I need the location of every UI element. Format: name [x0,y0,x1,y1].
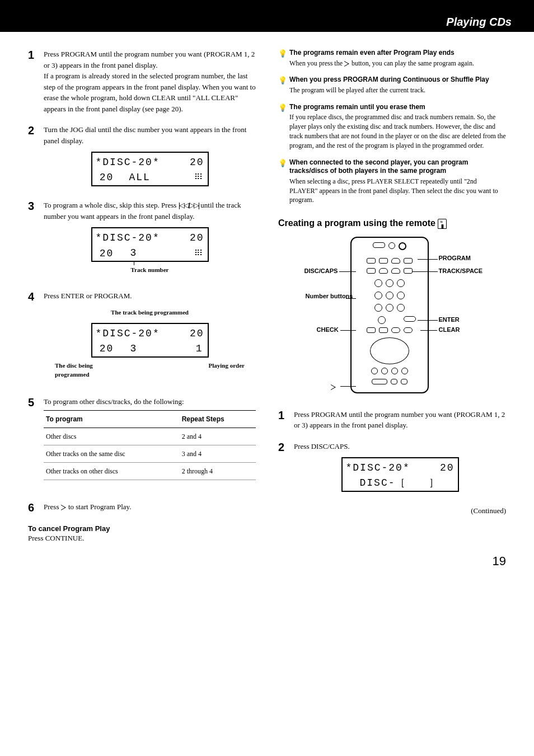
table-header-repeat: Repeat Steps [180,411,256,428]
calendar-icon: ⠿⠇ [194,248,204,260]
label-play [331,382,336,391]
track-number-caption: Track number [44,265,256,275]
step-text: Press to start Program Play. [44,501,256,514]
remote-button [401,368,408,374]
disc-programmed-label: The disc being programmed [55,361,116,379]
label-disc-caps: DISC/CAPS [305,267,338,274]
remote-button [367,327,376,333]
remote-button [374,279,382,287]
tip-icon: 💡 [278,76,289,95]
step6-text-a: Press [44,503,61,511]
cell: 2 and 4 [180,428,256,445]
remote-button [386,292,394,299]
step-number: 3 [28,200,44,280]
remote-diagram: PROGRAM DISC/CAPS TRACK/SPACE Number but… [300,237,485,399]
label-enter: ENTER [439,316,460,323]
left-column: 1 Press PROGRAM until the program number… [28,49,256,543]
tip-4: 💡 When connected to the second player, y… [278,158,506,205]
step-5: 5 To program other discs/tracks, do the … [28,396,256,492]
cancel-heading: To cancel Program Play [28,524,256,533]
program-table: To program Repeat Steps Other discs2 and… [44,410,256,480]
lcd-line1-left: *DISC-20* [96,326,160,341]
step-text: Press PROGRAM until the program number y… [294,409,506,431]
step6-text-b: to start Program Play. [67,503,132,511]
step-text: Press DISC/CAPS. *DISC-20* 20 DISC-［ ］ [294,441,506,496]
lcd-line2-mid: 3 [129,246,139,262]
step-text: Turn the JOG dial until the disc number … [44,124,256,190]
table-header-program: To program [44,411,180,428]
leader-line [418,259,438,260]
remote-button [404,316,416,322]
tip-text: The program will be played after the cur… [289,86,506,95]
lcd-display-step3: *DISC-20* 20 20 3 ⠿⠇ [91,227,209,262]
play-icon [61,505,67,510]
lcd-line2-left: 20 [96,246,118,261]
step-number: 2 [28,124,44,190]
remote-button [397,292,405,299]
tip-3: 💡 The programs remain until you erase th… [278,103,506,151]
table-row: Other tracks on the same disc3 and 4 [44,445,256,463]
lcd-line1-right: 20 [190,155,204,170]
step-text: Press PROGRAM until the program number y… [44,49,256,114]
step1-text-a: Press PROGRAM until the program number y… [44,50,255,69]
section-title-text: Creating a program using the remote [278,218,438,228]
tip-2: 💡 When you press PROGRAM during Continuo… [278,76,506,95]
step-number: 4 [28,290,44,386]
skip-prev-next-icon: |◁◁/▷▷| [179,201,199,209]
lcd-line1-right: 20 [190,231,204,246]
tip-icon: 💡 [278,103,289,151]
lcd-line2: DISC-［ ］ [359,476,440,491]
leader-line [339,271,356,272]
lcd-line2-mid: 3 [129,341,139,358]
main-content: 1 Press PROGRAM until the program number… [0,32,534,554]
cell: Other discs [44,428,180,445]
step-6: 6 Press to start Program Play. [28,501,256,514]
lcd-line2-mid: ALL [129,170,151,185]
table-row: Other discs2 and 4 [44,428,256,445]
remote-button [386,279,394,287]
tip-title: When you press PROGRAM during Continuous… [289,76,506,84]
step-1: 1 Press PROGRAM until the program number… [28,49,256,114]
step-text: Press ENTER or PROGRAM. The track being … [44,290,256,386]
tip-text: When selecting a disc, press PLAYER SELE… [289,177,506,205]
lcd-line1-left: *DISC-20* [96,155,160,170]
step-4: 4 Press ENTER or PROGRAM. The track bein… [28,290,256,386]
step-2: 2 Turn the JOG dial until the disc numbe… [28,124,256,190]
leader-line [340,330,356,331]
remote-button [374,292,382,299]
cell: Other tracks on the same disc [44,445,180,463]
step-text: To program other discs/tracks, do the fo… [44,396,256,492]
remote-button [391,368,398,374]
step3-text-a: To program a whole disc, skip this step.… [44,201,179,209]
lcd-line1-left: *DISC-20* [346,461,410,476]
tip-title: The programs remain until you erase them [289,103,506,112]
remote-dpad [370,337,409,364]
remote-step-1: 1 Press PROGRAM until the program number… [278,409,506,431]
remote-button [367,258,376,264]
remote-button [391,379,397,384]
remote-button [391,268,400,274]
right-column: 💡 The programs remain even after Program… [278,49,506,543]
remote-button [374,304,382,312]
remote-button [391,327,400,333]
label-check: CHECK [317,326,339,333]
remote-play-button [372,379,387,384]
top-black-bar [0,0,534,12]
step1-text-b: If a program is already stored in the se… [44,72,256,113]
calendar-icon: ⠿⠇ [194,172,204,184]
step-number: 5 [28,396,44,492]
remote-button [379,268,388,274]
remote-button [379,327,388,333]
step-number: 2 [278,441,294,496]
label-track-space: TRACK/SPACE [439,267,483,274]
page-number: 19 [0,554,534,585]
playing-order-label: Playing order [209,361,245,379]
step-number: 1 [278,409,294,431]
remote-button [401,379,407,384]
step4-text: Press ENTER or PROGRAM. [44,292,132,300]
remote-button [397,279,405,287]
step-3: 3 To program a whole disc, skip this ste… [28,200,256,280]
leader-line [340,386,356,387]
remote-button [378,316,386,324]
remote-button [391,258,400,264]
